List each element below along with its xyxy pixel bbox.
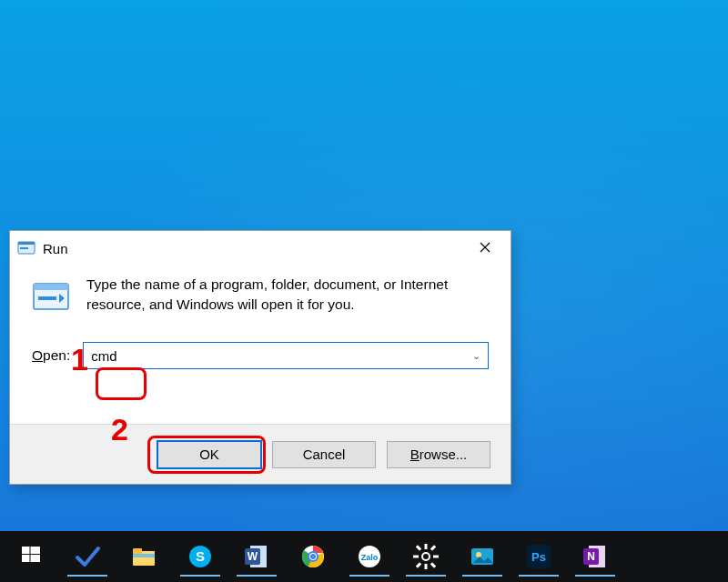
svg-text:W: W: [248, 550, 258, 563]
open-combobox[interactable]: cmd ⌄: [83, 342, 489, 369]
photoshop-icon: Ps: [525, 543, 552, 570]
svg-rect-12: [133, 554, 155, 557]
ok-button[interactable]: OK: [157, 441, 261, 468]
close-button[interactable]: [465, 235, 505, 262]
photos-icon: [469, 543, 496, 570]
open-input-value: cmd: [91, 348, 116, 364]
taskbar-chrome[interactable]: [288, 535, 339, 578]
desktop: Run Type the name of a program, folder, …: [0, 0, 728, 582]
taskbar-file-explorer[interactable]: [118, 535, 169, 578]
onenote-icon: N: [581, 543, 609, 570]
svg-rect-5: [38, 296, 56, 300]
svg-rect-29: [416, 545, 421, 550]
svg-rect-25: [425, 544, 428, 549]
svg-text:Ps: Ps: [531, 550, 546, 564]
taskbar-zalo[interactable]: Zalo: [344, 535, 395, 578]
svg-rect-6: [22, 547, 30, 554]
dialog-title: Run: [43, 241, 68, 256]
taskbar-word[interactable]: W: [231, 535, 282, 578]
taskbar-skype[interactable]: S: [175, 535, 226, 578]
svg-rect-4: [34, 284, 68, 290]
chevron-down-icon: ⌄: [472, 350, 480, 362]
svg-rect-30: [430, 562, 436, 567]
todo-icon: [74, 543, 101, 570]
zalo-icon: Zalo: [356, 543, 383, 570]
titlebar[interactable]: Run: [10, 231, 511, 266]
svg-rect-8: [22, 555, 30, 562]
svg-rect-7: [31, 547, 41, 554]
svg-point-33: [423, 554, 429, 559]
open-label: Open:: [32, 347, 70, 364]
svg-rect-2: [20, 247, 28, 249]
browse-button[interactable]: Browse...: [387, 441, 490, 468]
svg-rect-9: [31, 555, 41, 562]
taskbar-photos[interactable]: [457, 535, 508, 578]
run-body-icon: [32, 278, 70, 316]
svg-text:N: N: [587, 550, 595, 563]
button-row: OK Cancel Browse...: [10, 424, 511, 484]
svg-text:Zalo: Zalo: [361, 553, 379, 562]
settings-gear-icon: [412, 543, 440, 570]
taskbar-onenote[interactable]: N: [570, 535, 621, 578]
svg-text:S: S: [196, 548, 205, 564]
taskbar: S W Zalo: [0, 531, 728, 582]
close-icon: [480, 241, 490, 256]
taskbar-photoshop[interactable]: Ps: [513, 535, 564, 578]
run-dialog: Run Type the name of a program, folder, …: [9, 230, 511, 485]
svg-rect-26: [425, 564, 428, 569]
svg-rect-1: [18, 242, 35, 245]
svg-point-21: [310, 554, 316, 559]
taskbar-start[interactable]: [5, 535, 56, 578]
svg-rect-11: [133, 548, 142, 554]
windows-start-icon: [20, 544, 42, 569]
word-icon: W: [243, 543, 270, 570]
svg-rect-31: [430, 545, 436, 550]
taskbar-todo[interactable]: [62, 535, 113, 578]
svg-rect-28: [433, 556, 439, 558]
skype-icon: S: [187, 543, 214, 570]
svg-rect-27: [413, 556, 419, 558]
svg-point-35: [476, 552, 481, 557]
svg-rect-32: [416, 562, 421, 567]
cancel-button[interactable]: Cancel: [272, 441, 376, 468]
taskbar-settings[interactable]: [400, 535, 451, 578]
dialog-description: Type the name of a program, folder, docu…: [86, 275, 478, 316]
chrome-icon: [299, 543, 327, 570]
file-explorer-icon: [130, 543, 157, 570]
run-title-icon: [17, 239, 35, 257]
